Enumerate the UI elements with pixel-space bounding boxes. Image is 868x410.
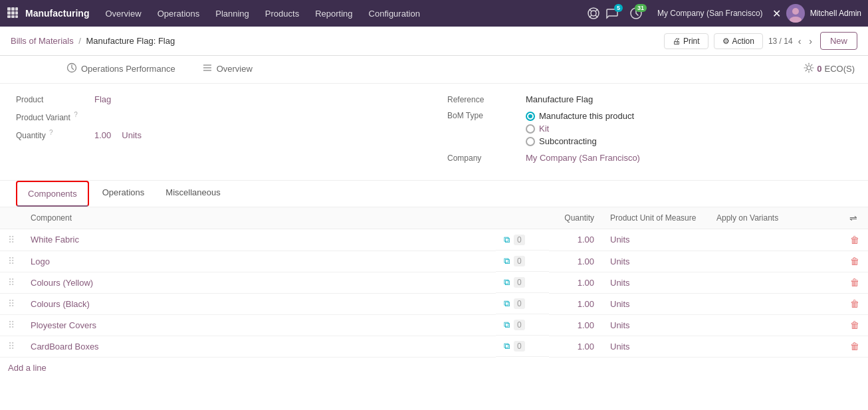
product-variant-help[interactable]: ? xyxy=(74,111,78,118)
reference-value: Manufacture Flag xyxy=(526,94,593,104)
column-filter-icon[interactable]: ⇌ xyxy=(849,213,857,223)
unit-cell: Units xyxy=(602,293,708,314)
pager-prev[interactable]: ‹ xyxy=(796,35,804,48)
copies-cell: ⧉ 0 xyxy=(496,229,549,251)
svg-rect-2 xyxy=(15,7,18,11)
component-name[interactable]: Ployester Covers xyxy=(31,320,96,330)
radio-kit[interactable]: Kit xyxy=(526,124,634,134)
top-navigation: Manufacturing Overview Operations Planni… xyxy=(0,0,868,27)
apps-icon[interactable] xyxy=(7,7,19,21)
action-button[interactable]: ⚙ Action xyxy=(714,33,763,49)
nav-messages-icon[interactable]: 5 xyxy=(605,7,619,20)
nav-item-operations[interactable]: Operations xyxy=(151,6,207,21)
copy-icon[interactable]: ⧉ xyxy=(504,235,510,245)
row-quantity[interactable]: 1.00 xyxy=(578,278,594,288)
pager-next[interactable]: › xyxy=(806,35,815,48)
tab-operations-performance[interactable]: Operations Performance xyxy=(53,56,189,83)
svg-rect-0 xyxy=(7,7,11,11)
operations-performance-label: Operations Performance xyxy=(81,64,175,74)
row-quantity[interactable]: 1.00 xyxy=(578,235,594,245)
breadcrumb-parent[interactable]: Bills of Materials xyxy=(11,36,74,46)
svg-point-16 xyxy=(792,8,799,15)
tab-components[interactable]: Components xyxy=(16,181,89,207)
nav-item-overview[interactable]: Overview xyxy=(98,6,148,21)
copy-icon[interactable]: ⧉ xyxy=(504,320,510,330)
component-name[interactable]: CardBoard Boxes xyxy=(31,342,99,352)
copy-icon[interactable]: ⧉ xyxy=(504,298,510,309)
drag-cell[interactable]: ⠿ xyxy=(0,272,23,293)
copies-count: 0 xyxy=(514,341,525,352)
company-value[interactable]: My Company (San Francisco) xyxy=(526,153,640,163)
nav-activity-icon[interactable]: 31 xyxy=(629,7,643,20)
component-name[interactable]: Colours (Black) xyxy=(31,299,90,309)
drag-cell[interactable]: ⠿ xyxy=(0,251,23,272)
drag-handle[interactable]: ⠿ xyxy=(8,235,15,245)
drag-handle[interactable]: ⠿ xyxy=(8,256,15,266)
quantity-unit[interactable]: Units xyxy=(122,130,142,140)
delete-cell[interactable]: 🗑 xyxy=(841,272,868,293)
activity-badge: 31 xyxy=(635,4,647,12)
delete-cell[interactable]: 🗑 xyxy=(841,251,868,272)
drag-handle[interactable]: ⠿ xyxy=(8,341,15,352)
copy-icon[interactable]: ⧉ xyxy=(504,277,510,288)
delete-cell[interactable]: 🗑 xyxy=(841,229,868,251)
delete-cell[interactable]: 🗑 xyxy=(841,314,868,336)
component-name[interactable]: White Fabric xyxy=(31,235,79,245)
col-unit-header: Product Unit of Measure xyxy=(602,207,708,229)
quantity-cell: 1.00 xyxy=(549,251,602,272)
quantity-label: Quantity ? xyxy=(16,129,89,140)
tab-overview[interactable]: Overview xyxy=(189,56,266,83)
tab-eco[interactable]: 0 ECO(S) xyxy=(790,56,868,83)
delete-cell[interactable]: 🗑 xyxy=(841,293,868,314)
quantity-cell: 1.00 xyxy=(549,229,602,251)
drag-cell[interactable]: ⠿ xyxy=(0,293,23,314)
tab-miscellaneous[interactable]: Miscellaneous xyxy=(155,181,231,207)
delete-icon[interactable]: 🗑 xyxy=(850,256,859,266)
component-name[interactable]: Logo xyxy=(31,256,50,266)
delete-icon[interactable]: 🗑 xyxy=(850,277,859,288)
nav-brand: Manufacturing xyxy=(25,8,89,19)
product-row: Product Flag xyxy=(16,94,421,104)
drag-handle[interactable]: ⠿ xyxy=(8,298,15,309)
drag-cell[interactable]: ⠿ xyxy=(0,314,23,336)
drag-handle[interactable]: ⠿ xyxy=(8,320,15,330)
product-value[interactable]: Flag xyxy=(94,94,111,104)
delete-cell[interactable]: 🗑 xyxy=(841,336,868,357)
new-button[interactable]: New xyxy=(820,32,857,50)
radio-manufacture-dot xyxy=(526,112,535,121)
component-name[interactable]: Colours (Yellow) xyxy=(31,278,93,288)
row-quantity[interactable]: 1.00 xyxy=(578,256,594,266)
drag-cell[interactable]: ⠿ xyxy=(0,229,23,251)
action-label: Action xyxy=(732,37,754,46)
svg-line-13 xyxy=(590,15,592,17)
tools-icon[interactable]: ✕ xyxy=(772,7,781,20)
print-button[interactable]: 🖨 Print xyxy=(664,33,708,49)
svg-line-12 xyxy=(596,15,597,17)
drag-cell[interactable]: ⠿ xyxy=(0,336,23,357)
add-line[interactable]: Add a line xyxy=(0,358,54,378)
delete-icon[interactable]: 🗑 xyxy=(850,298,859,309)
delete-icon[interactable]: 🗑 xyxy=(850,235,859,245)
drag-handle[interactable]: ⠿ xyxy=(8,277,15,288)
nav-item-planning[interactable]: Planning xyxy=(209,6,256,21)
svg-rect-3 xyxy=(7,11,11,15)
tab-operations[interactable]: Operations xyxy=(92,181,156,207)
delete-icon[interactable]: 🗑 xyxy=(850,320,859,330)
radio-manufacture[interactable]: Manufacture this product xyxy=(526,111,634,121)
quantity-value[interactable]: 1.00 xyxy=(94,130,111,140)
nav-item-reporting[interactable]: Reporting xyxy=(308,6,359,21)
nav-support-icon[interactable] xyxy=(587,7,600,20)
copy-icon[interactable]: ⧉ xyxy=(504,256,510,266)
avatar[interactable] xyxy=(786,4,805,23)
row-quantity[interactable]: 1.00 xyxy=(578,299,594,309)
nav-item-configuration[interactable]: Configuration xyxy=(362,6,427,21)
row-quantity[interactable]: 1.00 xyxy=(578,320,594,330)
eco-label: ECO(S) xyxy=(825,64,855,74)
delete-icon[interactable]: 🗑 xyxy=(850,341,859,352)
radio-subcontracting[interactable]: Subcontracting xyxy=(526,136,634,146)
copy-icon[interactable]: ⧉ xyxy=(504,341,510,352)
quantity-help[interactable]: ? xyxy=(49,129,53,136)
col-filter-header[interactable]: ⇌ xyxy=(841,207,868,229)
row-quantity[interactable]: 1.00 xyxy=(578,342,594,352)
nav-item-products[interactable]: Products xyxy=(259,6,306,21)
